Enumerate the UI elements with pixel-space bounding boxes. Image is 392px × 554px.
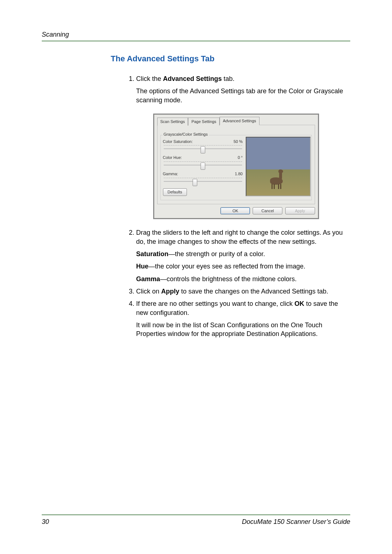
saturation-term: Saturation [136, 250, 168, 258]
gamma-value: 1.80 [235, 171, 242, 177]
step-1-note: The options of the Advanced Settings tab… [136, 87, 350, 104]
step-3-post: to save the changes on the Advanced Sett… [179, 288, 328, 295]
dialog-button-row: OK Cancel Apply [157, 207, 315, 215]
hue-value: 0 ° [238, 155, 243, 160]
header-rule [42, 41, 350, 41]
gamma-label: Gamma: [163, 171, 178, 177]
hue-term: Hue [136, 263, 148, 270]
step-4: If there are no other settings you want … [136, 299, 350, 338]
hue-thumb[interactable] [200, 163, 205, 170]
tab-advanced-settings[interactable]: Advanced Settings [220, 117, 260, 125]
ok-button[interactable]: OK [220, 207, 250, 215]
footer-title: DocuMate 150 Scanner User’s Guide [242, 518, 351, 526]
step-4-note: It will now be in the list of Scan Confi… [136, 321, 350, 338]
step-3-pre: Click on [136, 288, 161, 295]
hue-slider[interactable] [164, 163, 242, 169]
hue-row: Color Hue: 0 ° [163, 155, 243, 169]
gamma-term: Gamma [136, 275, 160, 283]
defaults-button[interactable]: Defaults [163, 188, 187, 196]
step-1-bold: Advanced Settings [163, 75, 222, 82]
step-4-bold: OK [294, 300, 304, 307]
gamma-thumb[interactable] [192, 179, 197, 186]
step-2-intro: Drag the sliders to the left and right t… [136, 229, 343, 245]
tab-page-settings[interactable]: Page Settings [188, 118, 220, 126]
hue-label: Color Hue: [163, 155, 182, 160]
saturation-row: Color Saturation: 50 % [163, 139, 243, 153]
footer-rule [42, 514, 350, 515]
footer: 30 DocuMate 150 Scanner User’s Guide [42, 514, 350, 526]
saturation-value: 50 % [233, 139, 242, 144]
hue-desc: —the color your eyes see as reflected fr… [148, 263, 305, 270]
group-legend: Grayscale/Color Settings [163, 132, 209, 137]
advanced-settings-dialog: Scan Settings Page Settings Advanced Set… [153, 114, 319, 219]
saturation-def: Saturation—the strength or purity of a c… [136, 250, 350, 258]
cancel-button[interactable]: Cancel [253, 207, 282, 215]
step-3: Click on Apply to save the changes on th… [136, 287, 350, 296]
saturation-slider[interactable] [164, 146, 242, 153]
gamma-row: Gamma: 1.80 [163, 171, 243, 185]
header-section-label: Scanning [42, 31, 350, 38]
step-4-pre: If there are no other settings you want … [136, 300, 294, 307]
saturation-desc: —the strength or purity of a color. [168, 250, 265, 258]
saturation-thumb[interactable] [200, 146, 205, 153]
tab-scan-settings[interactable]: Scan Settings [157, 118, 188, 126]
gamma-slider[interactable] [164, 179, 242, 185]
gamma-desc: —controls the brightness of the midtone … [160, 275, 297, 283]
steps-list: Click the Advanced Settings tab. The opt… [111, 74, 350, 338]
step-1-text-post: tab. [222, 75, 234, 82]
step-3-bold: Apply [161, 288, 179, 295]
page-number: 30 [42, 518, 49, 526]
gamma-def: Gamma—controls the brightness of the mid… [136, 275, 350, 283]
section-heading: The Advanced Settings Tab [111, 54, 350, 63]
step-1-text-pre: Click the [136, 75, 163, 82]
apply-button[interactable]: Apply [285, 207, 315, 215]
dialog-screenshot: Scan Settings Page Settings Advanced Set… [122, 114, 350, 219]
saturation-label: Color Saturation: [163, 139, 193, 144]
tab-pane: Grayscale/Color Settings Color Saturatio… [157, 125, 315, 204]
tab-bar: Scan Settings Page Settings Advanced Set… [157, 117, 315, 125]
step-2: Drag the sliders to the left and right t… [136, 228, 350, 283]
hue-def: Hue—the color your eyes see as reflected… [136, 262, 350, 271]
step-1: Click the Advanced Settings tab. The opt… [136, 74, 350, 219]
preview-image [246, 137, 311, 196]
